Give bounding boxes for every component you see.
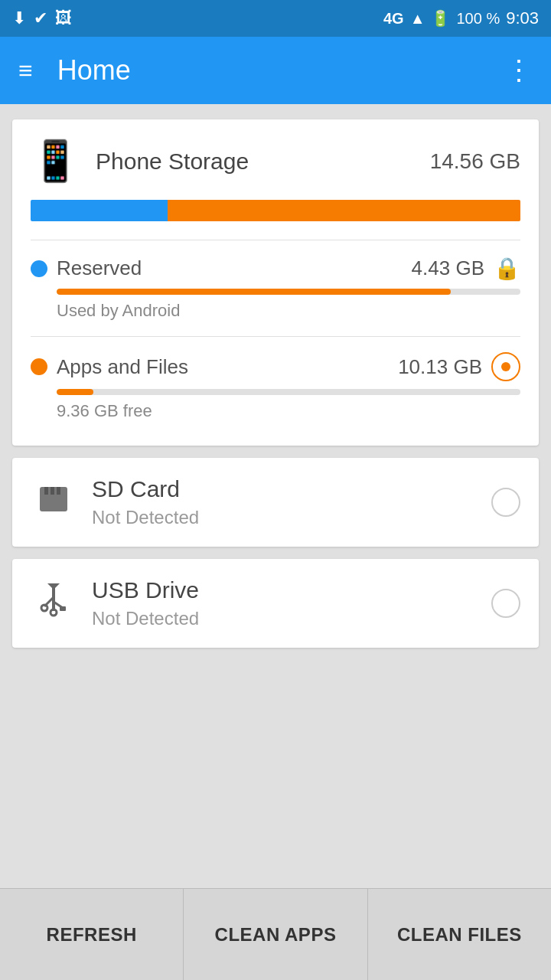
reserved-row-header: Reserved 4.43 GB 🔒 bbox=[31, 256, 520, 281]
status-bar-info: 4G ▲ 🔋 100 % 9:03 bbox=[383, 8, 539, 28]
reserved-row: Reserved 4.43 GB 🔒 Used by Android bbox=[31, 250, 520, 327]
bottom-nav: REFRESH CLEAN APPS CLEAN FILES bbox=[0, 888, 551, 980]
phone-icon: 📱 bbox=[31, 138, 80, 185]
sd-card-info: SD Card Not Detected bbox=[92, 476, 491, 528]
reserved-value: 4.43 GB bbox=[412, 256, 484, 280]
combined-progress-bar bbox=[31, 200, 520, 221]
battery-icon: 🔋 bbox=[431, 9, 450, 28]
apps-files-radio[interactable] bbox=[491, 352, 520, 381]
sd-card-header: SD Card Not Detected bbox=[31, 476, 520, 528]
reserved-label: Reserved bbox=[57, 256, 412, 280]
svg-rect-2 bbox=[51, 487, 54, 495]
svg-rect-1 bbox=[44, 487, 48, 495]
apps-files-row: Apps and Files 10.13 GB 9.36 GB free bbox=[31, 346, 520, 427]
more-options-button[interactable]: ⋮ bbox=[505, 54, 533, 87]
sd-card-status: Not Detected bbox=[92, 507, 491, 528]
sd-card-card[interactable]: SD Card Not Detected bbox=[12, 458, 539, 547]
svg-rect-3 bbox=[57, 487, 60, 495]
phone-storage-header: 📱 Phone Storage 14.56 GB bbox=[31, 138, 520, 185]
usb-drive-icon bbox=[31, 579, 77, 628]
apps-files-progress-container bbox=[57, 389, 520, 395]
usb-drive-radio[interactable] bbox=[491, 589, 520, 618]
clean-apps-button[interactable]: CLEAN APPS bbox=[184, 889, 367, 980]
apps-files-value: 10.13 GB bbox=[398, 355, 482, 379]
usb-drive-card[interactable]: USB Drive Not Detected bbox=[12, 559, 539, 648]
radio-inner bbox=[501, 362, 510, 371]
refresh-button[interactable]: REFRESH bbox=[0, 889, 184, 980]
apps-files-dot bbox=[31, 358, 47, 375]
toolbar: ≡ Home ⋮ bbox=[0, 37, 551, 104]
clean-files-button[interactable]: CLEAN FILES bbox=[368, 889, 551, 980]
time-label: 9:03 bbox=[506, 8, 539, 28]
usb-drive-status: Not Detected bbox=[92, 608, 491, 629]
sd-card-radio[interactable] bbox=[491, 488, 520, 517]
svg-point-10 bbox=[51, 609, 57, 616]
svg-rect-9 bbox=[60, 606, 66, 611]
sd-card-icon bbox=[31, 478, 77, 527]
usb-drive-header: USB Drive Not Detected bbox=[31, 577, 520, 629]
status-bar-icons: ⬇ ✔ 🖼 bbox=[12, 8, 72, 28]
apps-files-label: Apps and Files bbox=[57, 355, 398, 379]
page-title: Home bbox=[57, 54, 505, 87]
bar-orange bbox=[168, 200, 520, 221]
usb-drive-title: USB Drive bbox=[92, 577, 491, 603]
phone-storage-card: 📱 Phone Storage 14.56 GB Reserved 4.43 G… bbox=[12, 119, 539, 446]
lock-icon: 🔒 bbox=[494, 256, 520, 281]
network-label: 4G bbox=[383, 10, 404, 28]
svg-point-7 bbox=[41, 605, 47, 611]
apps-files-row-header: Apps and Files 10.13 GB bbox=[31, 352, 520, 381]
download-icon: ⬇ bbox=[12, 8, 26, 28]
signal-icon: ▲ bbox=[410, 10, 425, 28]
reserved-progress-container bbox=[57, 289, 520, 295]
apps-files-sub: 9.36 GB free bbox=[57, 401, 520, 421]
main-content: 📱 Phone Storage 14.56 GB Reserved 4.43 G… bbox=[0, 104, 551, 888]
bar-blue bbox=[31, 200, 168, 221]
phone-storage-total: 14.56 GB bbox=[430, 149, 520, 174]
reserved-sub: Used by Android bbox=[57, 301, 520, 321]
reserved-dot bbox=[31, 260, 47, 277]
task-icon: ✔ bbox=[34, 8, 47, 28]
sd-card-title: SD Card bbox=[92, 476, 491, 502]
svg-marker-5 bbox=[47, 583, 60, 590]
phone-storage-title: Phone Storage bbox=[96, 149, 430, 175]
image-icon: 🖼 bbox=[55, 8, 72, 28]
reserved-progress-fill bbox=[57, 289, 451, 295]
usb-drive-info: USB Drive Not Detected bbox=[92, 577, 491, 629]
menu-button[interactable]: ≡ bbox=[18, 57, 33, 85]
apps-files-progress-fill bbox=[57, 389, 93, 395]
battery-label: 100 % bbox=[456, 10, 500, 28]
status-bar: ⬇ ✔ 🖼 4G ▲ 🔋 100 % 9:03 bbox=[0, 0, 551, 37]
